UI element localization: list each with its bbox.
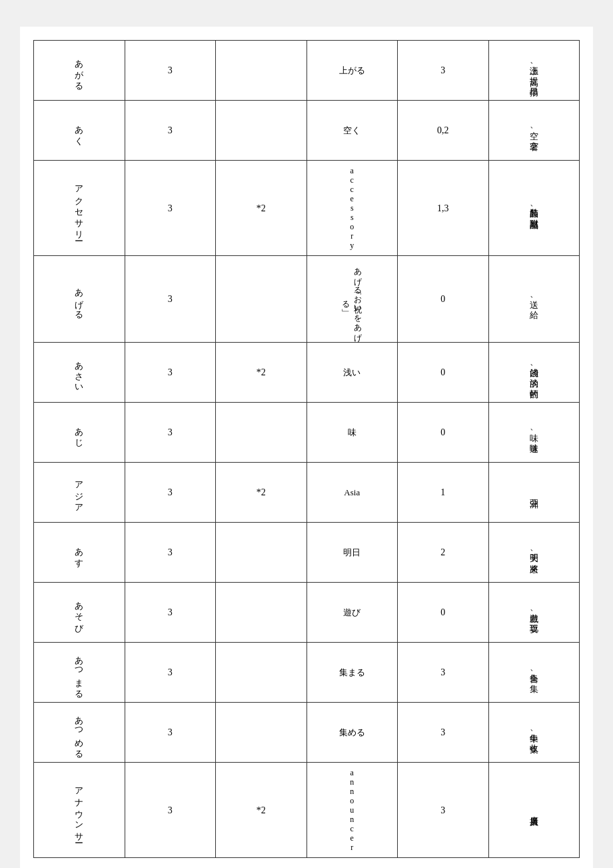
level: 3 xyxy=(125,41,216,101)
kanji-reading: 空く xyxy=(306,101,398,161)
chinese-meaning: 送、給 xyxy=(488,256,580,343)
kanji-reading: 集まる xyxy=(306,643,398,703)
page-container: あがる3上がる3上漲、提高、昂揚あく3空く0,2空、空著アクセサリー3*2acc… xyxy=(20,27,593,868)
level: 3 xyxy=(125,523,216,583)
japanese-word: アクセサリー xyxy=(34,161,125,256)
kanji-reading: 味 xyxy=(306,403,398,463)
chinese-meaning: 淺的、淡的、輕的 xyxy=(488,343,580,403)
kanji-reading: 浅い xyxy=(306,343,398,403)
japanese-word: あさい xyxy=(34,343,125,403)
kanji-reading: 遊び xyxy=(306,583,398,643)
note: *2 xyxy=(216,343,307,403)
accent: 3 xyxy=(398,41,489,101)
chinese-meaning: 遊戲、玩耍 xyxy=(488,583,580,643)
chinese-meaning: 上漲、提高、昂揚 xyxy=(488,41,580,101)
level: 3 xyxy=(125,403,216,463)
note xyxy=(216,583,307,643)
kanji-reading: 上がる xyxy=(306,41,398,101)
accent: 0 xyxy=(398,403,489,463)
note xyxy=(216,256,307,343)
japanese-word: あがる xyxy=(34,41,125,101)
kanji-reading: accessory xyxy=(306,161,398,256)
chinese-meaning: 集合、集 xyxy=(488,643,580,703)
chinese-meaning: 集中、收集 xyxy=(488,703,580,763)
kanji-reading: あげる「お祝いをあげる」 xyxy=(306,256,398,343)
level: 3 xyxy=(125,763,216,858)
kanji-reading: announcer xyxy=(306,763,398,858)
japanese-word: あつめる xyxy=(34,703,125,763)
accent: 0 xyxy=(398,343,489,403)
note xyxy=(216,41,307,101)
level: 3 xyxy=(125,343,216,403)
accent: 0 xyxy=(398,583,489,643)
note xyxy=(216,101,307,161)
chinese-meaning: 裝飾品、附屬品 xyxy=(488,161,580,256)
note xyxy=(216,403,307,463)
chinese-meaning: 味、味道 xyxy=(488,403,580,463)
japanese-word: あつまる xyxy=(34,643,125,703)
japanese-word: あじ xyxy=(34,403,125,463)
japanese-word: あく xyxy=(34,101,125,161)
japanese-word: あそび xyxy=(34,583,125,643)
accent: 3 xyxy=(398,703,489,763)
accent: 1,3 xyxy=(398,161,489,256)
accent: 3 xyxy=(398,643,489,703)
level: 3 xyxy=(125,161,216,256)
level: 3 xyxy=(125,463,216,523)
kanji-reading: 集める xyxy=(306,703,398,763)
vocabulary-table: あがる3上がる3上漲、提高、昂揚あく3空く0,2空、空著アクセサリー3*2acc… xyxy=(33,40,580,858)
note: *2 xyxy=(216,161,307,256)
kanji-reading: 明日 xyxy=(306,523,398,583)
accent: 2 xyxy=(398,523,489,583)
level: 3 xyxy=(125,101,216,161)
level: 3 xyxy=(125,703,216,763)
japanese-word: あす xyxy=(34,523,125,583)
level: 3 xyxy=(125,256,216,343)
kanji-reading: Asia xyxy=(306,463,398,523)
note xyxy=(216,523,307,583)
chinese-meaning: 廣播員 xyxy=(488,763,580,858)
level: 3 xyxy=(125,643,216,703)
chinese-meaning: 明天、將來 xyxy=(488,523,580,583)
accent: 1 xyxy=(398,463,489,523)
note: *2 xyxy=(216,463,307,523)
accent: 0 xyxy=(398,256,489,343)
japanese-word: あげる xyxy=(34,256,125,343)
level: 3 xyxy=(125,583,216,643)
note xyxy=(216,703,307,763)
note: *2 xyxy=(216,763,307,858)
accent: 3 xyxy=(398,763,489,858)
japanese-word: アナウンサー xyxy=(34,763,125,858)
chinese-meaning: 空、空著 xyxy=(488,101,580,161)
japanese-word: アジア xyxy=(34,463,125,523)
note xyxy=(216,643,307,703)
accent: 0,2 xyxy=(398,101,489,161)
chinese-meaning: 亞洲 xyxy=(488,463,580,523)
